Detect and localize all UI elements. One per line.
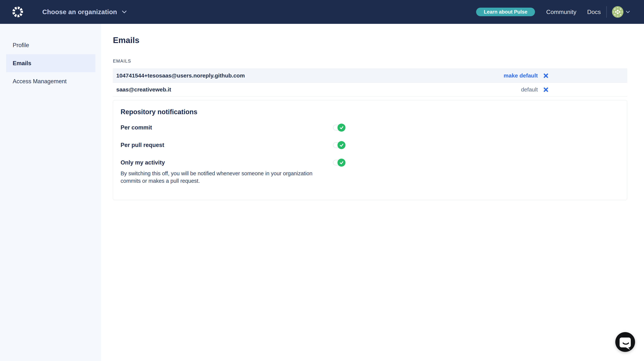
toggle-label: Only my activity — [120, 159, 333, 166]
nav-link-community[interactable]: Community — [546, 8, 576, 15]
per-pull-request-toggle[interactable] — [333, 142, 345, 148]
toggle-knob — [338, 124, 346, 132]
email-address: saas@creativeweb.it — [116, 86, 171, 93]
email-address: 104741544+tesosaas@users.noreply.github.… — [116, 72, 245, 79]
pulse-logo-icon[interactable] — [12, 6, 24, 18]
top-navbar: Choose an organization Learn about Pulse… — [0, 0, 644, 24]
sidebar-item-label: Emails — [13, 60, 31, 67]
toggle-label: Per pull request — [120, 142, 333, 148]
sidebar-item-access-management[interactable]: Access Management — [6, 72, 96, 90]
email-row-actions: default — [521, 86, 627, 93]
sidebar-item-emails[interactable]: Emails — [6, 54, 96, 72]
make-default-link[interactable]: make default — [504, 72, 538, 79]
check-icon — [339, 125, 344, 130]
main-content: Emails EMAILS 104741544+tesosaas@users.n… — [101, 24, 644, 361]
remove-email-button[interactable] — [544, 87, 548, 92]
check-icon — [339, 160, 344, 165]
settings-sidebar: Profile Emails Access Management — [0, 24, 101, 361]
toggle-label: Per commit — [120, 124, 333, 131]
sidebar-item-label: Profile — [13, 42, 29, 49]
x-icon — [544, 87, 548, 92]
per-commit-toggle[interactable] — [333, 125, 345, 130]
org-selector-label: Choose an organization — [42, 8, 117, 16]
only-my-activity-toggle[interactable] — [333, 160, 345, 165]
x-icon — [544, 73, 548, 78]
email-row: saas@creativeweb.it default — [113, 83, 627, 97]
remove-email-button[interactable] — [544, 73, 548, 78]
topbar-right-group: Learn about Pulse Community Docs — [476, 6, 630, 18]
email-row-actions: make default — [504, 72, 627, 79]
org-selector-dropdown[interactable]: Choose an organization — [42, 8, 126, 16]
nav-link-docs[interactable]: Docs — [587, 8, 601, 15]
chat-bubble-icon — [615, 332, 635, 352]
emails-section-label: EMAILS — [113, 58, 627, 64]
identicon-avatar-image — [612, 6, 624, 18]
only-my-activity-description: By switching this off, you will be notif… — [120, 170, 320, 185]
user-menu-caret[interactable] — [626, 11, 630, 13]
email-row: 104741544+tesosaas@users.noreply.github.… — [113, 69, 627, 83]
default-badge: default — [521, 86, 538, 93]
panel-title: Repository notifications — [120, 108, 620, 116]
toggle-knob — [338, 159, 346, 167]
toggle-row-only-my-activity: Only my activity — [120, 159, 620, 166]
user-avatar[interactable] — [612, 6, 624, 18]
chevron-down-icon — [626, 11, 630, 13]
learn-about-pulse-button[interactable]: Learn about Pulse — [476, 8, 535, 16]
navbar-divider — [606, 6, 607, 18]
chevron-down-icon — [122, 10, 126, 13]
sidebar-item-label: Access Management — [13, 78, 66, 85]
sidebar-item-profile[interactable]: Profile — [6, 36, 96, 54]
chat-launcher-button[interactable] — [615, 332, 635, 352]
page-title: Emails — [113, 35, 627, 45]
toggle-row-per-commit: Per commit — [120, 124, 620, 131]
repository-notifications-panel: Repository notifications Per commit Per … — [113, 100, 627, 200]
email-list: 104741544+tesosaas@users.noreply.github.… — [113, 68, 627, 97]
toggle-knob — [338, 141, 346, 149]
check-icon — [339, 143, 344, 147]
toggle-row-per-pull-request: Per pull request — [120, 142, 620, 148]
